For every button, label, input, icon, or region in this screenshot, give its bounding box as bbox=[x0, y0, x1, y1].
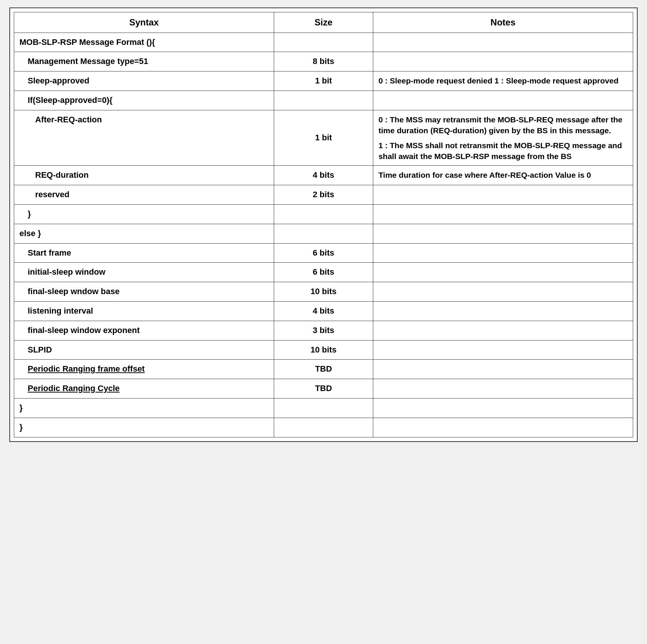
size-cell bbox=[274, 204, 373, 224]
syntax-cell: If(Sleep-approved=0){ bbox=[14, 91, 274, 110]
syntax-cell: initial-sleep window bbox=[14, 263, 274, 282]
header-size: Size bbox=[274, 12, 373, 33]
table-row: SLPID10 bits bbox=[14, 340, 633, 360]
notes-cell: 0 : The MSS may retransmit the MOB-SLP-R… bbox=[373, 110, 633, 166]
syntax-cell: else } bbox=[14, 224, 274, 243]
table-row: else } bbox=[14, 224, 633, 243]
table-row: REQ-duration4 bitsTime duration for case… bbox=[14, 166, 633, 185]
notes-cell bbox=[373, 321, 633, 340]
notes-cell bbox=[373, 33, 633, 52]
size-cell bbox=[274, 398, 373, 418]
syntax-cell: REQ-duration bbox=[14, 166, 274, 185]
notes-cell bbox=[373, 340, 633, 360]
notes-cell bbox=[373, 398, 633, 418]
size-cell bbox=[274, 224, 373, 243]
table-row: MOB-SLP-RSP Message Format (){ bbox=[14, 33, 633, 52]
size-cell: TBD bbox=[274, 360, 373, 379]
size-cell: 1 bit bbox=[274, 110, 373, 166]
notes-cell bbox=[373, 360, 633, 379]
size-cell: 4 bits bbox=[274, 166, 373, 185]
notes-cell bbox=[373, 263, 633, 282]
table-row: final-sleep wndow base10 bits bbox=[14, 282, 633, 302]
notes-cell bbox=[373, 243, 633, 263]
notes-cell: Time duration for case where After-REQ-a… bbox=[373, 166, 633, 185]
size-cell: 4 bits bbox=[274, 301, 373, 321]
table-row: initial-sleep window6 bits bbox=[14, 263, 633, 282]
table-row: After-REQ-action1 bit0 : The MSS may ret… bbox=[14, 110, 633, 166]
notes-cell bbox=[373, 91, 633, 110]
size-cell: 3 bits bbox=[274, 321, 373, 340]
syntax-cell: final-sleep window exponent bbox=[14, 321, 274, 340]
table-row: Sleep-approved1 bit0 : Sleep-mode reques… bbox=[14, 71, 633, 91]
notes-cell bbox=[373, 379, 633, 399]
notes-cell bbox=[373, 224, 633, 243]
notes-cell: 0 : Sleep-mode request denied 1 : Sleep-… bbox=[373, 71, 633, 91]
notes-cell bbox=[373, 282, 633, 302]
notes-cell bbox=[373, 185, 633, 205]
size-cell: TBD bbox=[274, 379, 373, 399]
table-row: Periodic Ranging CycleTBD bbox=[14, 379, 633, 399]
notes-cell bbox=[373, 301, 633, 321]
size-cell: 2 bits bbox=[274, 185, 373, 205]
syntax-cell: MOB-SLP-RSP Message Format (){ bbox=[14, 33, 274, 52]
syntax-cell: Start frame bbox=[14, 243, 274, 263]
header-syntax: Syntax bbox=[14, 12, 274, 33]
table-header-row: Syntax Size Notes bbox=[14, 12, 633, 33]
size-cell: 10 bits bbox=[274, 340, 373, 360]
syntax-cell: final-sleep wndow base bbox=[14, 282, 274, 302]
table-row: Management Message type=518 bits bbox=[14, 52, 633, 71]
header-notes: Notes bbox=[373, 12, 633, 33]
syntax-cell: Management Message type=51 bbox=[14, 52, 274, 71]
table-row: } bbox=[14, 398, 633, 418]
table-row: } bbox=[14, 418, 633, 437]
notes-cell bbox=[373, 204, 633, 224]
syntax-cell: } bbox=[14, 418, 274, 437]
syntax-cell: } bbox=[14, 398, 274, 418]
size-cell bbox=[274, 33, 373, 52]
notes-cell bbox=[373, 418, 633, 437]
syntax-cell: } bbox=[14, 204, 274, 224]
table-row: Periodic Ranging frame offsetTBD bbox=[14, 360, 633, 379]
message-format-table: Syntax Size Notes MOB-SLP-RSP Message Fo… bbox=[14, 12, 633, 437]
syntax-cell: Periodic Ranging frame offset bbox=[14, 360, 274, 379]
size-cell: 6 bits bbox=[274, 243, 373, 263]
size-cell bbox=[274, 91, 373, 110]
syntax-cell: SLPID bbox=[14, 340, 274, 360]
table-row: reserved2 bits bbox=[14, 185, 633, 205]
size-cell: 8 bits bbox=[274, 52, 373, 71]
syntax-cell: After-REQ-action bbox=[14, 110, 274, 166]
table-row: Start frame6 bits bbox=[14, 243, 633, 263]
syntax-cell: Periodic Ranging Cycle bbox=[14, 379, 274, 399]
size-cell: 10 bits bbox=[274, 282, 373, 302]
syntax-cell: listening interval bbox=[14, 301, 274, 321]
syntax-cell: Sleep-approved bbox=[14, 71, 274, 91]
table-row: listening interval4 bits bbox=[14, 301, 633, 321]
table-row: final-sleep window exponent3 bits bbox=[14, 321, 633, 340]
size-cell: 6 bits bbox=[274, 263, 373, 282]
size-cell: 1 bit bbox=[274, 71, 373, 91]
syntax-cell: reserved bbox=[14, 185, 274, 205]
page-container: Syntax Size Notes MOB-SLP-RSP Message Fo… bbox=[9, 7, 638, 442]
notes-cell bbox=[373, 52, 633, 71]
table-row: } bbox=[14, 204, 633, 224]
table-row: If(Sleep-approved=0){ bbox=[14, 91, 633, 110]
size-cell bbox=[274, 418, 373, 437]
